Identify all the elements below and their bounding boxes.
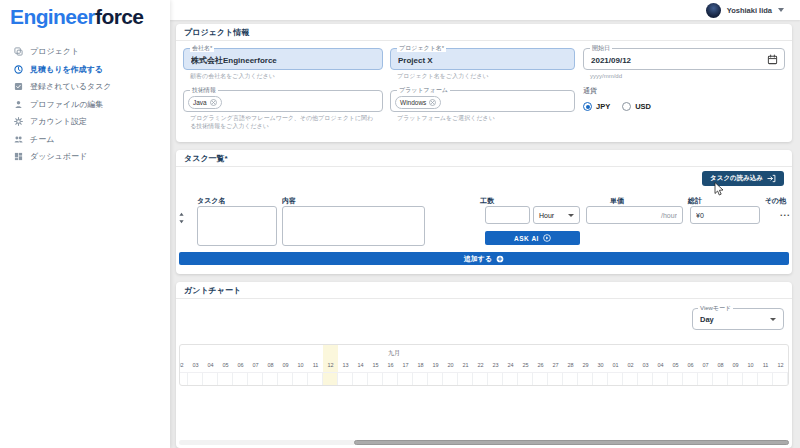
sidebar-item-registered-tasks[interactable]: 登録されているタスク xyxy=(0,78,170,96)
tech-info-helper: プログラミング言語やフレームワーク、その他プロジェクトに関わる技術情報をご入力く… xyxy=(190,115,376,130)
sidebar-item-create-estimate[interactable]: 見積もりを作成する xyxy=(0,61,170,79)
project-info-title: プロジェクト情報 xyxy=(176,24,792,41)
description-textarea[interactable] xyxy=(282,206,425,246)
sidebar-item-label: 見積もりを作成する xyxy=(30,64,103,75)
app-window: Engineerforce プロジェクト 見積もりを作成する 登録されているタス… xyxy=(0,0,800,448)
col-unit-price: 単価 xyxy=(610,196,624,206)
profile-icon xyxy=(14,100,23,109)
sidebar-item-team[interactable]: チーム xyxy=(0,131,170,149)
gantt-hscrollbar-track[interactable] xyxy=(179,440,789,445)
calendar-icon[interactable] xyxy=(767,54,778,65)
app-logo[interactable]: Engineerforce xyxy=(10,5,143,29)
gear-icon xyxy=(14,117,23,126)
platform-chip[interactable]: Windows xyxy=(395,96,441,109)
gantt-title: ガントチャート xyxy=(176,282,792,299)
tech-chip-label: Java xyxy=(193,99,207,106)
load-tasks-icon xyxy=(767,174,776,183)
select-caret-icon xyxy=(770,318,776,321)
sidebar-item-projects[interactable]: プロジェクト xyxy=(0,43,170,61)
plus-circle-icon xyxy=(496,255,504,263)
effort-unit-select[interactable]: Hour xyxy=(533,206,580,224)
company-name-input[interactable] xyxy=(184,51,382,71)
platform-label: プラットフォーム xyxy=(397,87,450,94)
tasks-check-icon xyxy=(14,82,23,91)
load-tasks-label: タスクの読み込み xyxy=(710,174,763,183)
tech-chip[interactable]: Java xyxy=(188,96,222,109)
project-name-helper: プロジェクト名をご入力ください xyxy=(397,73,568,81)
sidebar-item-label: ダッシュボード xyxy=(30,151,87,162)
sidebar-item-edit-profile[interactable]: プロファイルの編集 xyxy=(0,96,170,114)
company-name-helper: 顧客の会社名をご入力ください xyxy=(190,73,376,81)
chip-delete-icon[interactable] xyxy=(429,99,436,106)
sidebar-item-label: 登録されているタスク xyxy=(30,81,112,92)
effort-input[interactable] xyxy=(485,206,530,224)
project-name-field[interactable]: プロジェクト名* xyxy=(390,48,575,70)
unit-price-input[interactable] xyxy=(586,206,683,224)
sidebar-item-label: プロジェクト xyxy=(30,46,79,57)
task-list-card: タスク一覧* タスクの読み込み タスク名 内容 工数 単価 総計 その他 Hou… xyxy=(176,150,792,274)
gantt-calendar: 九月 0203040506070809101112131415161718192… xyxy=(179,344,789,386)
currency-radio-group: JPY USD xyxy=(583,102,785,111)
tech-info-field[interactable]: 技術情報 Java xyxy=(183,90,383,112)
sidebar-item-account-settings[interactable]: アカウント設定 xyxy=(0,113,170,131)
radio-dot-icon xyxy=(583,102,592,111)
radio-dot-icon xyxy=(622,102,631,111)
chip-delete-icon[interactable] xyxy=(210,99,217,106)
avatar[interactable] xyxy=(706,3,721,18)
col-total: 総計 xyxy=(688,196,702,206)
load-tasks-button[interactable]: タスクの読み込み xyxy=(702,171,784,186)
topbar: Yoshiaki Iida xyxy=(170,0,800,20)
currency-radio-jpy[interactable]: JPY xyxy=(583,102,610,111)
ask-ai-label: ASK AI xyxy=(514,235,539,242)
team-icon xyxy=(14,135,23,144)
sidebar: Engineerforce プロジェクト 見積もりを作成する 登録されているタス… xyxy=(0,0,170,448)
view-mode-label: Viewモード xyxy=(698,305,733,312)
company-name-field[interactable]: 会社名* xyxy=(183,48,383,70)
currency-option-label: USD xyxy=(635,102,651,111)
sidebar-item-dashboard[interactable]: ダッシュボード xyxy=(0,148,170,166)
project-info-card: プロジェクト情報 会社名* 顧客の会社名をご入力ください プロジェクト名* プロ… xyxy=(176,24,792,142)
col-description: 内容 xyxy=(282,196,296,206)
logo-text-force: force xyxy=(95,5,143,28)
start-date-helper: yyyy/mm/dd xyxy=(590,73,778,81)
col-effort: 工数 xyxy=(480,196,494,206)
platform-field[interactable]: プラットフォーム Windows xyxy=(390,90,575,112)
gantt-card: ガントチャート Viewモード Day 九月 02030405060708091… xyxy=(176,282,792,448)
user-menu-caret-icon[interactable] xyxy=(778,8,784,12)
col-task-name: タスク名 xyxy=(197,196,226,206)
project-icon xyxy=(14,47,23,56)
task-name-textarea[interactable] xyxy=(197,206,277,246)
sidebar-nav: プロジェクト 見積もりを作成する 登録されているタスク プロファイルの編集 アカ… xyxy=(0,43,170,166)
dashboard-icon xyxy=(14,152,23,161)
view-mode-value: Day xyxy=(700,315,714,324)
main-content: プロジェクト情報 会社名* 顧客の会社名をご入力ください プロジェクト名* プロ… xyxy=(170,20,800,448)
row-more-button[interactable]: ... xyxy=(780,208,791,218)
sidebar-item-label: アカウント設定 xyxy=(30,116,87,127)
view-mode-select[interactable]: Viewモード Day xyxy=(692,308,784,330)
user-name[interactable]: Yoshiaki Iida xyxy=(727,6,772,15)
start-date-field[interactable]: 開始日 xyxy=(583,48,785,70)
currency-option-label: JPY xyxy=(596,102,610,111)
logo-text-engineer: Engineer xyxy=(10,5,95,28)
platform-chip-label: Windows xyxy=(400,99,426,106)
drag-arrows-icon xyxy=(178,212,185,224)
task-list-title: タスク一覧* xyxy=(176,150,792,167)
total-input[interactable] xyxy=(690,206,760,224)
currency-radio-usd[interactable]: USD xyxy=(622,102,651,111)
sidebar-item-label: チーム xyxy=(30,134,54,145)
tech-info-label: 技術情報 xyxy=(190,87,218,94)
ask-ai-button[interactable]: ASK AI xyxy=(485,231,580,245)
project-name-input[interactable] xyxy=(391,51,574,71)
effort-unit-value: Hour xyxy=(539,212,554,219)
estimate-icon xyxy=(14,65,23,74)
project-name-label: プロジェクト名* xyxy=(397,45,446,52)
add-task-button[interactable]: 追加する xyxy=(179,252,789,265)
play-circle-icon xyxy=(543,234,551,242)
company-name-label: 会社名* xyxy=(190,45,214,52)
platform-helper: プラットフォームをご選択ください xyxy=(397,115,568,123)
select-caret-icon xyxy=(568,214,574,217)
row-drag-handle[interactable] xyxy=(178,210,185,228)
gantt-grid-ticks xyxy=(179,372,788,386)
start-date-input[interactable] xyxy=(584,51,754,71)
gantt-hscrollbar-thumb[interactable] xyxy=(354,440,789,445)
